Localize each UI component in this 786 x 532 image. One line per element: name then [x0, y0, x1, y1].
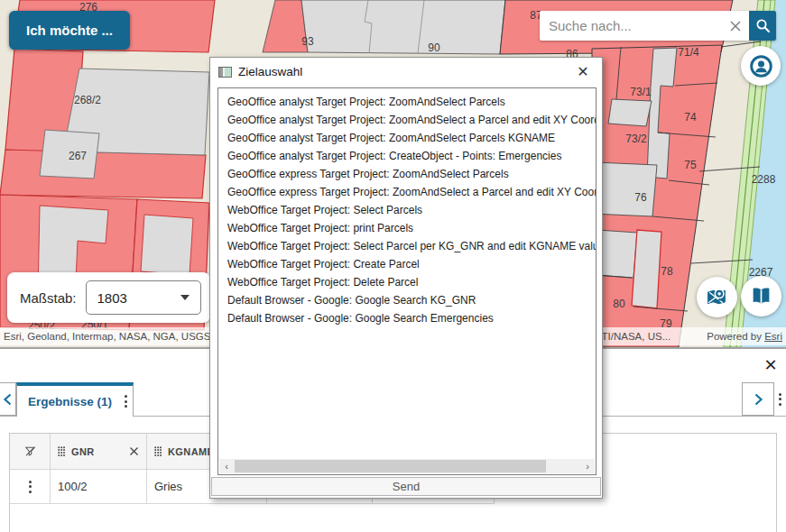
scroll-left-arrow[interactable]: ‹: [219, 459, 234, 473]
dialog-title-bar[interactable]: Zielauswahl ✕: [210, 58, 602, 86]
target-list[interactable]: GeoOffice analyst Target Project: ZoomAn…: [217, 87, 596, 475]
list-item[interactable]: WebOffice Target Project: Delete Parcel: [218, 273, 596, 291]
scrollbar-thumb[interactable]: [235, 460, 546, 472]
close-icon: [129, 446, 139, 456]
app-window: 276 93 90 87 86 71/4 268/2 267 73/1 74 7…: [0, 0, 786, 532]
filter-header-cell[interactable]: [10, 434, 51, 470]
tab-ergebnisse[interactable]: Ergebnisse (1): [16, 382, 134, 417]
tabs-scroll-right-button[interactable]: [742, 382, 774, 416]
row-menu-icon: [29, 481, 32, 493]
send-button[interactable]: Send: [211, 477, 601, 496]
drag-handle-icon[interactable]: [58, 446, 65, 456]
search-icon: [755, 18, 771, 33]
window-icon: [218, 67, 232, 78]
legend-button[interactable]: [741, 276, 781, 316]
list-item[interactable]: GeoOffice analyst Target Project: ZoomAn…: [218, 111, 596, 129]
map-pin-icon: [706, 286, 728, 308]
search-input[interactable]: [540, 11, 722, 41]
chevron-right-icon: [754, 393, 763, 406]
attribution-text-left: Esri, Geoland, Intermap, NASA, NGA, USGS…: [4, 331, 227, 342]
parcel-label: 268/2: [74, 94, 101, 106]
esri-link[interactable]: Esri: [764, 331, 782, 342]
list-item[interactable]: Default Browser - Google: Google Search …: [218, 309, 596, 327]
column-label: KGNAME: [168, 446, 214, 457]
horizontal-scrollbar[interactable]: ‹ ›: [219, 459, 595, 473]
scale-dropdown[interactable]: 1803: [86, 280, 201, 315]
list-item[interactable]: GeoOffice analyst Target Project: Create…: [218, 147, 596, 165]
parcel-label: 71/4: [678, 46, 699, 59]
tab-menu-icon[interactable]: [125, 395, 127, 408]
list-item[interactable]: Default Browser - Google: Google Search …: [218, 291, 596, 309]
powered-by-text: Powered by: [707, 331, 764, 342]
chevron-left-icon: [3, 393, 13, 406]
list-item[interactable]: GeoOffice analyst Target Project: ZoomAn…: [218, 129, 596, 147]
parcel-label: 74: [684, 111, 697, 124]
map-parcels-gray-middle: [301, 0, 505, 54]
scale-panel: Maßstab: 1803: [7, 272, 210, 323]
parcel-label: 73/2: [625, 133, 647, 145]
drag-handle-icon[interactable]: [154, 446, 162, 456]
map-tools-button[interactable]: [697, 277, 737, 317]
kebab-icon: [779, 393, 781, 406]
account-icon: [749, 54, 773, 78]
parcel-label: 90: [428, 41, 440, 54]
cell-gnr[interactable]: 100/2: [51, 470, 147, 504]
search-clear-button[interactable]: [722, 11, 749, 41]
chevron-down-icon: [180, 295, 190, 300]
clear-x-icon: [729, 20, 742, 32]
list-item[interactable]: GeoOffice analyst Target Project: ZoomAn…: [218, 93, 596, 111]
scroll-right-arrow[interactable]: ›: [580, 459, 595, 473]
dialog-title: Zielauswahl: [238, 65, 569, 78]
panel-menu-button[interactable]: [773, 382, 786, 416]
parcel-label: 80: [613, 298, 625, 310]
list-item[interactable]: GeoOffice express Target Project: ZoomAn…: [218, 183, 596, 201]
list-item[interactable]: WebOffice Target Project: Select Parcel …: [218, 237, 596, 255]
column-header-gnr[interactable]: GNR: [51, 434, 147, 470]
parcel-label: 76: [634, 191, 647, 204]
search-bar: [540, 11, 776, 41]
parcel-label: 73/1: [630, 86, 652, 98]
column-label: GNR: [71, 446, 95, 457]
tab-label: Ergebnisse (1): [28, 395, 125, 408]
search-button[interactable]: [749, 11, 776, 41]
powered-by: Powered by Esri: [707, 331, 782, 342]
ich-moechte-button[interactable]: Ich möchte ...: [9, 11, 130, 50]
list-item[interactable]: WebOffice Target Project: Select Parcels: [218, 201, 596, 219]
filter-clear-icon: [23, 445, 37, 458]
zielauswahl-dialog: Zielauswahl ✕ GeoOffice analyst Target P…: [209, 57, 603, 499]
parcel-label: 93: [301, 35, 314, 48]
parcel-label: 75: [684, 159, 697, 171]
dialog-close-button[interactable]: ✕: [569, 61, 596, 83]
list-item[interactable]: GeoOffice express Target Project: ZoomAn…: [218, 165, 596, 183]
parcel-label: 267: [69, 150, 87, 162]
list-item[interactable]: WebOffice Target Project: print Parcels: [218, 219, 596, 237]
row-menu-cell[interactable]: [10, 470, 51, 504]
parcel-label: 2288: [752, 173, 776, 186]
scale-label: Maßstab:: [20, 290, 77, 306]
open-book-icon: [750, 285, 772, 307]
parcel-label: 78: [661, 265, 673, 278]
list-item[interactable]: WebOffice Target Project: Create Parcel: [218, 255, 596, 273]
account-button[interactable]: [741, 46, 781, 86]
scale-value: 1803: [97, 290, 127, 306]
tabs-scroll-left-button[interactable]: [0, 382, 16, 416]
remove-column-button[interactable]: [129, 446, 139, 456]
panel-close-button[interactable]: ✕: [761, 355, 781, 375]
